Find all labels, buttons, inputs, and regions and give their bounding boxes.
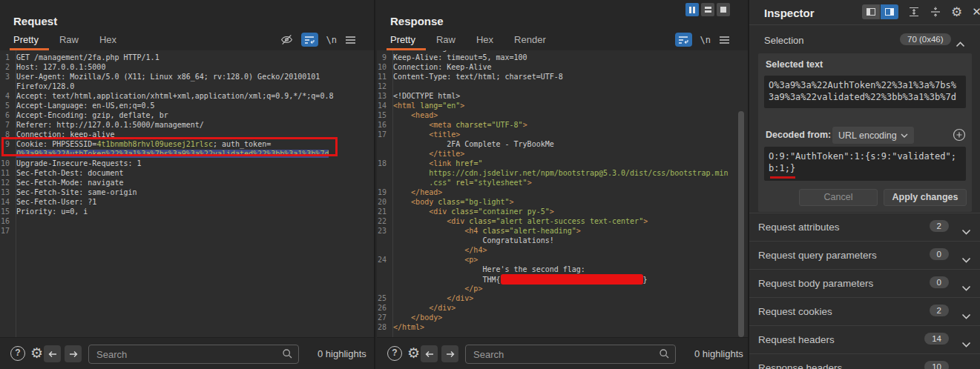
code-line[interactable]: 10Connection: Keep-Alive	[377, 62, 748, 72]
chevron-down-icon[interactable]	[961, 281, 971, 294]
columns-layout-icon[interactable]	[685, 3, 699, 16]
request-editor[interactable]: 1GET /management/2fa.php HTTP/1.12Host: …	[0, 50, 374, 337]
chevron-down-icon[interactable]	[961, 225, 971, 238]
chevron-down-icon[interactable]	[961, 253, 971, 266]
close-icon[interactable]: ✕	[972, 5, 980, 19]
tab-pretty[interactable]: Pretty	[13, 34, 39, 45]
code-line[interactable]: 23 <h4 class="alert-heading">	[377, 226, 748, 236]
code-line[interactable]: 16 <meta charset="UTF-8">	[377, 120, 748, 130]
code-line[interactable]: 21 <div class="container py-5">	[377, 207, 748, 216]
back-button[interactable]	[44, 345, 61, 362]
decoding-select[interactable]: URL encoding	[832, 127, 914, 144]
code-line[interactable]: https://cdn.jsdelivr.net/npm/bootstrap@5…	[377, 168, 748, 178]
expand-all-icon[interactable]	[908, 6, 920, 18]
code-line[interactable]: 10Upgrade-Insecure-Requests: 1	[0, 159, 374, 168]
chevron-down-icon[interactable]	[961, 309, 971, 322]
code-line[interactable]: 2Host: 127.0.0.1:5000	[0, 62, 374, 72]
back-button[interactable]	[421, 345, 438, 362]
code-line[interactable]: 26 </div>	[377, 303, 748, 313]
code-line[interactable]: 12	[377, 82, 748, 91]
newline-icon[interactable]: \n	[700, 35, 711, 45]
code-line[interactable]: 20 <body class="bg-light">	[377, 197, 748, 207]
help-icon[interactable]: ?	[387, 346, 402, 361]
search-input[interactable]	[465, 345, 676, 364]
code-line[interactable]: 18 <link href="	[377, 159, 748, 168]
tab-hex[interactable]: Hex	[99, 34, 116, 45]
code-line[interactable]: 14<html lang="en">	[377, 101, 748, 110]
code-line[interactable]: 24 <p>	[377, 255, 748, 265]
chevron-down-icon[interactable]	[961, 337, 971, 350]
code-line[interactable]: 17 <title>	[377, 130, 748, 139]
code-line[interactable]: 12Sec-Fetch-Mode: navigate	[0, 178, 374, 187]
eye-hidden-icon[interactable]	[280, 34, 293, 45]
inspector-section-request-attributes[interactable]: Request attributes2	[749, 213, 980, 241]
code-line[interactable]: 11Sec-Fetch-Dest: document	[0, 168, 374, 178]
code-line[interactable]: 7Referer: http://127.0.0.1:5000/manageme…	[0, 120, 374, 130]
tab-hex[interactable]: Hex	[476, 34, 493, 45]
code-line[interactable]: </title>	[377, 149, 748, 159]
add-decoding-icon[interactable]	[953, 128, 966, 144]
code-line[interactable]: 2FA Complete - TryBookMe	[377, 139, 748, 149]
tab-raw[interactable]: Raw	[436, 34, 456, 45]
forward-button[interactable]	[441, 345, 458, 362]
tab-render[interactable]: Render	[514, 34, 546, 45]
tab-raw[interactable]: Raw	[59, 34, 79, 45]
code-line[interactable]: 4Accept: text/html,application/xhtml+xml…	[0, 91, 374, 101]
rows-layout-icon[interactable]	[701, 3, 714, 16]
wrap-lines-icon[interactable]	[301, 33, 318, 47]
code-line[interactable]: 17	[0, 226, 374, 236]
tab-pretty[interactable]: Pretty	[390, 34, 415, 45]
code-line[interactable]: Congratulations!	[377, 236, 748, 245]
selected-text-box[interactable]: O%3a9%3a%22AuthToken%22%3a1%3a%7bs%3a9%3…	[764, 76, 966, 108]
code-line[interactable]: 22 <div class="alert alert-success text-…	[377, 216, 748, 226]
decoded-text-box[interactable]: O:9:"AuthToken":1:{s:9:"validated";b:1;}	[764, 147, 966, 181]
chevron-down-icon[interactable]	[961, 365, 971, 369]
help-icon[interactable]: ?	[10, 346, 25, 361]
inspector-section-request-headers[interactable]: Request headers14	[749, 325, 980, 353]
selection-section-header[interactable]: Selection 70 (0x46)	[749, 30, 980, 52]
cancel-button[interactable]: Cancel	[799, 189, 878, 206]
search-input[interactable]	[88, 345, 299, 364]
code-line[interactable]: Firefox/128.0	[0, 82, 374, 91]
code-line[interactable]: 14Sec-Fetch-User: ?1	[0, 197, 374, 207]
forward-button[interactable]	[65, 345, 82, 362]
code-line[interactable]: 13Sec-Fetch-Site: same-origin	[0, 187, 374, 197]
gear-icon[interactable]: ⚙	[30, 346, 43, 360]
menu-icon[interactable]	[345, 36, 356, 44]
apply-changes-button[interactable]: Apply changes	[884, 189, 967, 206]
collapse-all-icon[interactable]	[930, 6, 941, 18]
single-layout-icon[interactable]	[717, 3, 730, 16]
inspector-section-response-headers[interactable]: Response headers10	[749, 353, 980, 369]
response-editor[interactable]: 8Content-Length: 4839Keep-Alive: timeout…	[377, 50, 748, 337]
code-line[interactable]: Here's the second flag:	[377, 265, 748, 274]
code-line[interactable]: 28</html>	[377, 322, 748, 332]
code-line[interactable]: 3User-Agent: Mozilla/5.0 (X11; Linux x86…	[0, 72, 374, 82]
code-line[interactable]: </p>	[377, 284, 748, 293]
inspector-section-request-cookies[interactable]: Request cookies2	[749, 297, 980, 325]
menu-icon[interactable]	[719, 36, 730, 44]
code-line[interactable]: 15 <head>	[377, 110, 748, 120]
wrap-lines-icon[interactable]	[675, 33, 692, 47]
code-line[interactable]: 15Priority: u=0, i	[0, 207, 374, 216]
code-line[interactable]: 19 </head>	[377, 187, 748, 197]
code-line[interactable]: 9Keep-Alive: timeout=5, max=100	[377, 53, 748, 62]
gear-icon[interactable]: ⚙	[951, 5, 962, 19]
dock-left-icon[interactable]	[862, 4, 880, 19]
dock-right-icon[interactable]	[881, 4, 898, 19]
code-line[interactable]: 25 </div>	[377, 293, 748, 303]
code-line[interactable]: 6Accept-Encoding: gzip, deflate, br	[0, 110, 374, 120]
code-line[interactable]: 1GET /management/2fa.php HTTP/1.1	[0, 53, 374, 62]
code-line[interactable]: THM{}	[377, 274, 748, 284]
code-line[interactable]: 5Accept-Language: en-US,en;q=0.5	[0, 101, 374, 110]
code-line[interactable]: 13<!DOCTYPE html>	[377, 91, 748, 101]
code-line[interactable]: 27 </body>	[377, 313, 748, 322]
gear-icon[interactable]: ⚙	[407, 346, 420, 360]
code-line[interactable]: .css" rel="stylesheet">	[377, 178, 748, 187]
inspector-section-request-query-parameters[interactable]: Request query parameters0	[749, 241, 980, 269]
vertical-scrollbar[interactable]	[738, 111, 744, 337]
code-line[interactable]: </h4>	[377, 245, 748, 255]
chevron-up-icon[interactable]	[956, 37, 965, 50]
code-line[interactable]: 11Content-Type: text/html; charset=UTF-8	[377, 72, 748, 82]
inspector-section-request-body-parameters[interactable]: Request body parameters0	[749, 269, 980, 297]
newline-icon[interactable]: \n	[326, 35, 337, 45]
